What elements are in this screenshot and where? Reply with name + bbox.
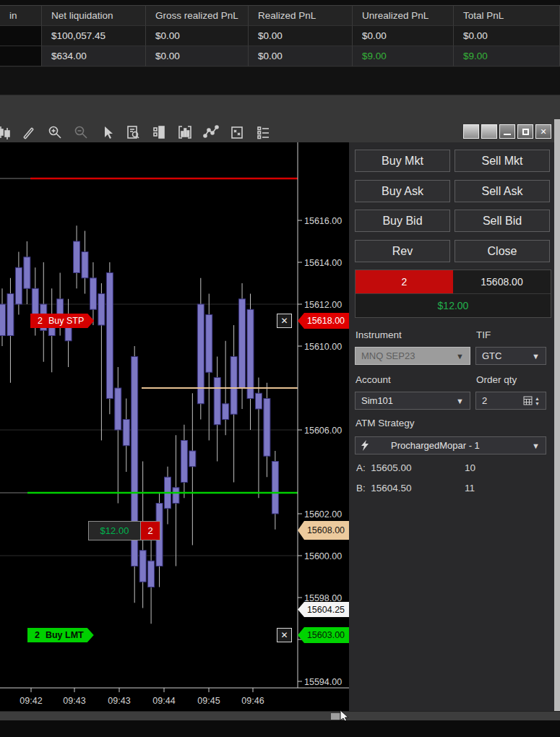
candle-body: [24, 257, 30, 289]
chart-trader-icon[interactable]: [150, 124, 168, 141]
position-price-axis-tag: 15608.00: [298, 521, 349, 540]
cancel-limit-order-button[interactable]: ✕: [277, 628, 292, 642]
order-qty-label: Order qty: [476, 374, 517, 385]
pencil-icon[interactable]: [20, 124, 38, 141]
window-controls: ✕: [463, 124, 551, 139]
strategy-clipboard-icon[interactable]: [228, 124, 246, 141]
position-quantity: 2: [356, 270, 453, 293]
windows-taskbar: 1 85°F Mostly sunny 8:47 AM: [0, 720, 560, 737]
list-icon[interactable]: [254, 124, 272, 141]
position-display: 2 15608.00 $12.00: [355, 270, 551, 318]
candle-body: [123, 420, 129, 446]
polyline-icon[interactable]: [202, 124, 220, 141]
window-right-scrollbar[interactable]: [554, 119, 560, 720]
y-axis-label: 15610.00: [304, 342, 342, 352]
candle-body: [181, 441, 187, 483]
y-axis-label: 15614.00: [304, 258, 342, 268]
volume-bars-icon[interactable]: [176, 124, 194, 141]
limit-price-axis-tag[interactable]: 15603.00: [298, 627, 349, 643]
candle-body: [197, 304, 204, 404]
candle-body: [0, 304, 6, 336]
x-axis-label: 09:43: [63, 696, 85, 706]
position-badge[interactable]: $12.00 2: [88, 521, 160, 540]
qty-increment-button[interactable]: ▲: [535, 396, 540, 401]
window-gap: [0, 67, 560, 95]
x-axis-label: 09:44: [152, 696, 175, 706]
candle-body: [255, 393, 262, 409]
y-axis-label: 15612.00: [304, 300, 342, 310]
window-button-blank-2[interactable]: [481, 124, 497, 139]
buy-mkt-button[interactable]: Buy Mkt: [355, 150, 450, 172]
close-button[interactable]: ✕: [535, 124, 551, 139]
cursor-icon[interactable]: [98, 124, 116, 141]
lightning-bolt-icon: [361, 440, 369, 451]
atm-strategy-label: ATM Strategy: [356, 418, 415, 428]
sell-mkt-button[interactable]: Sell Mkt: [455, 150, 550, 172]
maximize-button[interactable]: [517, 124, 533, 139]
cancel-stop-order-button[interactable]: ✕: [277, 314, 292, 328]
position-unrealized-pnl: $12.00: [356, 294, 551, 317]
ask-depth-row: A: 15605.00: [356, 462, 412, 473]
data-box-icon[interactable]: [124, 124, 142, 141]
chevron-down-icon: ▼: [456, 352, 464, 361]
buy-limit-order-tag[interactable]: 2Buy LMT: [27, 628, 94, 642]
column-header[interactable]: in: [0, 5, 42, 26]
candle-body: [148, 561, 155, 587]
stop-price-axis-tag[interactable]: 15618.00: [298, 313, 349, 329]
y-axis-label: 15600.00: [304, 551, 342, 561]
position-avg-price: 15608.00: [453, 270, 551, 293]
ask-price: 15605.00: [371, 462, 411, 473]
trading-app-window: in Net liquidation Gross realized PnL Re…: [0, 0, 560, 737]
minimize-button[interactable]: [499, 124, 515, 139]
close-position-button[interactable]: Close: [455, 240, 550, 262]
account-select[interactable]: Sim101▼: [355, 392, 470, 410]
calculator-icon[interactable]: [523, 396, 533, 405]
window-button-blank-1[interactable]: [463, 124, 479, 139]
column-header-realized-pnl[interactable]: Realized PnL: [249, 5, 353, 26]
candle-body: [98, 294, 105, 326]
column-header-unrealized-pnl[interactable]: Unrealized PnL: [353, 5, 454, 26]
candle-body: [74, 241, 80, 273]
order-qty-input[interactable]: 2 ▲▼: [475, 392, 546, 410]
chart-canvas[interactable]: 15616.0015614.0015612.0015610.0015606.00…: [0, 142, 349, 711]
candle-body: [82, 252, 88, 278]
x-axis-label: 09:43: [108, 696, 130, 706]
qty-decrement-button[interactable]: ▼: [535, 401, 540, 406]
y-axis-label: 15598.00: [304, 593, 342, 603]
table-header-row: in Net liquidation Gross realized PnL Re…: [0, 5, 560, 26]
chart-trader-panel: Buy Mkt Sell Mkt Buy Ask Sell Ask Buy Bi…: [349, 142, 554, 711]
table-row[interactable]: $100,057.45 $0.00 $0.00 $0.00 $0.00: [0, 26, 560, 46]
column-header-total-pnl[interactable]: Total PnL: [454, 5, 560, 26]
reverse-button[interactable]: Rev: [355, 240, 450, 262]
candle-body: [106, 273, 113, 399]
total-pnl-value: $9.00: [454, 46, 560, 66]
tif-select[interactable]: GTC▼: [475, 347, 546, 365]
candle-body: [139, 551, 146, 582]
net-liquidation-value: $634.00: [42, 46, 146, 66]
chart-horizontal-scrollbar[interactable]: [0, 711, 560, 720]
close-icon: ✕: [280, 316, 288, 326]
last-price-axis-tag: 15604.25: [298, 602, 349, 617]
buy-bid-button[interactable]: Buy Bid: [355, 210, 450, 232]
bid-size: 11: [465, 483, 475, 494]
column-header-net-liquidation[interactable]: Net liquidation: [42, 5, 146, 26]
y-axis-label: 15594.00: [304, 677, 342, 687]
buy-stop-order-tag[interactable]: 2Buy STP: [30, 314, 94, 328]
zoom-in-icon[interactable]: [46, 124, 64, 141]
candlestick-chart[interactable]: 15616.0015614.0015612.0015610.0015606.00…: [0, 142, 349, 711]
bid-price: 15604.50: [371, 483, 411, 494]
sell-ask-button[interactable]: Sell Ask: [455, 180, 550, 202]
x-axis-label: 09:46: [241, 696, 264, 706]
buy-ask-button[interactable]: Buy Ask: [355, 180, 450, 202]
column-header-gross-realized-pnl[interactable]: Gross realized PnL: [146, 5, 249, 26]
atm-strategy-select[interactable]: ProchargedMopar - 1▼: [355, 436, 546, 454]
candle-body: [173, 488, 179, 504]
sell-bid-button[interactable]: Sell Bid: [455, 210, 550, 232]
chevron-down-icon: ▼: [532, 441, 540, 450]
close-icon: ✕: [280, 630, 288, 640]
candlestick-chart-icon[interactable]: [0, 124, 12, 141]
table-row[interactable]: $634.00 $0.00 $0.00 $9.00 $9.00: [0, 46, 560, 66]
ask-size: 10: [465, 462, 475, 473]
candle-body: [231, 357, 237, 415]
tif-label: TIF: [476, 329, 491, 340]
